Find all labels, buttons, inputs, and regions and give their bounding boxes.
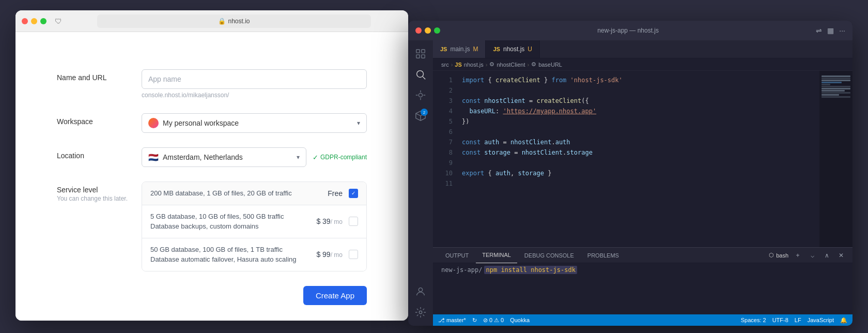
traffic-lights [22,18,47,24]
bash-text: bash [776,252,788,259]
editor-content: 12345 67891011 import { createClient } f… [433,71,853,247]
service-ent-price-val: $ 99 [316,250,330,259]
activity-bar-bottom [411,282,430,322]
panel-tab-actions: ⬡ bash + ⌵ ∧ ✕ [769,250,846,261]
more-actions-icon[interactable]: ··· [839,26,845,35]
location-label: Location [57,147,129,160]
status-language[interactable]: JavaScript [808,317,834,324]
vscode-minimize-button[interactable] [425,27,431,34]
app-name-input[interactable] [142,69,367,89]
location-row-inner: 🇳🇱 Amsterdam, Netherlands ▾ ✓ GDPR-compl… [142,147,367,167]
service-free-checkbox[interactable]: ✓ [349,189,358,198]
desktop: 🛡 🔒 nhost.io Name and URL console.nhost.… [0,0,868,333]
terminal-command: npm install nhost-js-sdk [484,266,577,274]
vscode-close-button[interactable] [415,27,422,34]
service-level-label-group: Service level You can change this later. [57,181,129,202]
panel-tab-terminal[interactable]: TERMINAL [476,248,517,263]
status-right: Spaces: 2 UTF-8 LF JavaScript 🔔 [741,317,847,324]
split-editor-icon[interactable]: ⇌ [816,26,822,35]
workspace-control: My personal workspace ▾ [142,113,367,133]
status-quokka[interactable]: Quokka [510,317,530,323]
error-icon: ⊘ [483,317,488,324]
service-pro-price-val: $ 39 [316,217,330,225]
service-free-price: Free [312,189,343,198]
tab-nhost-js[interactable]: JS nhost.js U [486,40,540,58]
service-pro-checkbox[interactable] [349,217,358,226]
location-control: 🇳🇱 Amsterdam, Netherlands ▾ ✓ GDPR-compl… [142,147,367,167]
activity-debug-icon[interactable] [411,86,430,104]
vscode-window: new-js-app — nhost.js ⇌ ▦ ··· [408,21,853,326]
service-option-pro[interactable]: 5 GB database, 10 GB of files, 500 GB tr… [142,205,366,238]
status-line-ending-text: LF [795,317,801,323]
breadcrumb-nhost-client: nhostClient [497,62,525,68]
close-button[interactable] [22,18,28,24]
maximize-button[interactable] [40,18,47,24]
service-option-enterprise[interactable]: 50 GB database, 100 GB of files, 1 TB tr… [142,238,366,271]
netherlands-flag-icon: 🇳🇱 [148,153,159,162]
split-terminal-button[interactable]: ⌵ [807,250,817,261]
panel-tabs: OUTPUT TERMINAL DEBUG CONSOLE PROBLEMS [433,248,853,263]
service-ent-price-unit: / mo [331,251,343,259]
status-branch[interactable]: ⎇ master* [438,317,466,324]
status-encoding[interactable]: UTF-8 [772,317,788,324]
create-app-button[interactable]: Create App [303,286,367,305]
status-language-text: JavaScript [808,317,834,323]
close-panel-button[interactable]: ✕ [836,250,846,261]
svg-rect-0 [416,50,420,53]
line-numbers: 12345 67891011 [433,71,458,247]
vscode-body: 2 [408,40,853,326]
panel-tab-problems[interactable]: PROBLEMS [581,248,625,263]
activity-extensions-icon[interactable]: 2 [411,107,430,125]
code-content[interactable]: import { createClient } from 'nhost-js-s… [458,71,819,247]
browser-content: Name and URL console.nhost.io/mikaeljans… [16,32,408,321]
code-line-4: baseURL: 'https://myapp.nhost.app' [462,106,819,116]
location-chevron-icon: ▾ [297,154,300,161]
tab-main-js[interactable]: JS main.js M [433,40,486,58]
breadcrumb: src › JS nhost.js › ⚙ nhostClient › ⚙ ba… [433,58,853,71]
workspace-select[interactable]: My personal workspace ▾ [142,113,367,133]
service-ent-checkbox[interactable] [349,250,358,259]
location-select[interactable]: 🇳🇱 Amsterdam, Netherlands ▾ [142,147,306,167]
minimize-button[interactable] [31,18,37,24]
status-feedback-icon[interactable]: 🔔 [840,317,847,324]
svg-line-5 [423,77,425,79]
status-spaces[interactable]: Spaces: 2 [741,317,766,324]
location-row: Location 🇳🇱 Amsterdam, Netherlands ▾ ✓ [57,147,367,167]
bash-icon: ⬡ [769,252,774,259]
activity-settings-icon[interactable] [411,303,430,322]
status-errors[interactable]: ⊘ 0 ⚠ 0 [483,317,504,324]
browser-window: 🛡 🔒 nhost.io Name and URL console.nhost.… [16,10,408,321]
status-spaces-text: Spaces: 2 [741,317,766,323]
service-option-free[interactable]: 200 MB database, 1 GB of files, 20 GB of… [142,182,366,205]
panel-debug-label: DEBUG CONSOLE [524,252,574,259]
vscode-maximize-button[interactable] [434,27,440,34]
activity-account-icon[interactable] [411,282,430,301]
service-pro-price-unit: / mo [331,218,343,225]
layout-icon[interactable]: ▦ [827,26,834,35]
activity-explorer-icon[interactable] [411,44,430,63]
vscode-title: new-js-app — nhost.js [440,27,816,34]
panel-tab-output[interactable]: OUTPUT [439,248,475,263]
status-line-ending[interactable]: LF [795,317,801,324]
service-options: 200 MB database, 1 GB of files, 20 GB of… [142,181,367,271]
activity-search-icon[interactable] [411,65,430,84]
tab-bar: JS main.js M JS nhost.js U [433,40,853,58]
maximize-panel-button[interactable]: ∧ [822,250,832,261]
panel-content[interactable]: new-js-app/ npm install nhost-js-sdk [433,263,853,314]
gdpr-badge: ✓ GDPR-compliant [313,154,367,161]
git-branch-icon: ⎇ [438,317,445,324]
status-encoding-text: UTF-8 [772,317,788,323]
service-ent-desc1: 50 GB database, 100 GB of files, 1 TB tr… [150,245,312,255]
add-terminal-button[interactable]: + [793,250,803,261]
panel-tab-debug[interactable]: DEBUG CONSOLE [518,248,580,263]
status-error-count: 0 [489,317,492,323]
breadcrumb-gear-icon: ⚙ [531,61,536,68]
status-warning-count: 0 [501,317,504,323]
breadcrumb-base-url: baseURL [538,62,562,68]
status-sync[interactable]: ↻ [472,317,477,324]
address-bar[interactable]: 🔒 nhost.io [97,14,371,28]
breadcrumb-nhost-client-icon: ⚙ [489,61,494,68]
breadcrumb-js-icon: JS [455,62,461,68]
url-hint: console.nhost.io/mikaeljansson/ [142,92,367,99]
code-line-9 [462,158,819,168]
